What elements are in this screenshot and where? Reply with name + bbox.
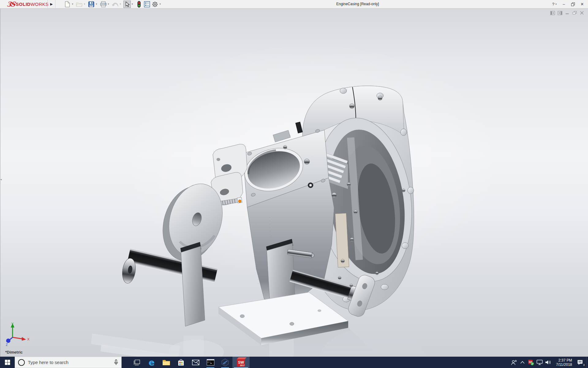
engine-casing-model[interactable] <box>0 9 588 357</box>
solidworks-check-icon: SW <box>528 359 534 366</box>
rebuild-stoplight-icon <box>137 1 141 8</box>
axis-z-label: Z <box>6 343 8 347</box>
volume-tray-button[interactable] <box>544 357 552 368</box>
options-gear-icon <box>152 1 158 7</box>
select-tool-dropdown[interactable]: ▼ <box>131 1 134 8</box>
axis-y-label: Y <box>11 322 14 326</box>
open-button[interactable] <box>76 1 83 8</box>
chevron-up-icon <box>520 361 525 364</box>
speaker-icon <box>545 360 552 365</box>
search-placeholder: Type here to search <box>28 360 114 365</box>
hexagon-app-icon <box>221 358 229 366</box>
task-view-icon <box>134 360 140 365</box>
action-center-button[interactable]: 3 <box>574 357 586 368</box>
start-button[interactable] <box>0 357 15 368</box>
menu-flyout-arrow[interactable]: ▶ <box>47 0 55 8</box>
options-dropdown[interactable]: ▼ <box>159 1 162 8</box>
clock-time: 2:37 PM <box>552 358 572 362</box>
select-arrow-icon <box>125 2 130 7</box>
show-desktop-button[interactable] <box>586 357 588 368</box>
minimize-button[interactable]: – <box>559 0 568 8</box>
microsoft-store-icon <box>178 359 184 366</box>
save-dropdown[interactable]: ▼ <box>95 1 98 8</box>
cortana-icon <box>18 359 25 366</box>
solidworks-app-icon: SW 2017 <box>237 358 245 366</box>
windows-logo-icon <box>5 360 10 365</box>
cmd-text: C:\_ <box>207 361 212 363</box>
print-button[interactable] <box>100 1 107 8</box>
notification-badge: 3 <box>582 363 586 367</box>
taskbar-file-explorer-button[interactable] <box>159 357 174 368</box>
taskbar-clock[interactable]: 2:37 PM 7/11/2018 <box>552 358 574 367</box>
options-button[interactable] <box>151 1 159 8</box>
help-dropdown-icon: ▼ <box>555 3 557 5</box>
brand-text-bold: SOLID <box>16 2 30 7</box>
undo-dropdown[interactable]: ▼ <box>119 1 122 8</box>
graphics-viewport[interactable]: ◂ <box>0 9 588 357</box>
brand-text-light: WORKS <box>31 2 49 7</box>
taskbar-search-input[interactable]: Type here to search <box>15 357 122 368</box>
tray-overflow-button[interactable] <box>518 357 527 368</box>
clock-date: 7/11/2018 <box>552 362 572 367</box>
undo-icon <box>112 2 119 7</box>
file-properties-icon <box>144 1 150 7</box>
save-button[interactable] <box>88 1 95 8</box>
command-prompt-icon: C:\_ <box>207 359 214 366</box>
taskbar-hexagon-app-button[interactable] <box>218 357 232 368</box>
solidworks-logo: ЗS SOLIDWORKS <box>7 1 49 8</box>
windows-taskbar: Type here to search e <box>0 357 588 368</box>
window-controls: ? ▼ – ✕ <box>550 0 587 8</box>
taskbar-edge-button[interactable]: e <box>144 357 159 368</box>
open-folder-icon <box>76 2 83 7</box>
sw-label: SW <box>238 360 244 365</box>
people-icon <box>511 360 517 365</box>
print-dropdown[interactable]: ▼ <box>107 1 110 8</box>
task-view-button[interactable] <box>130 357 144 368</box>
help-button[interactable]: ? ▼ <box>550 0 559 8</box>
view-orientation-label: *Dimetric <box>5 350 23 355</box>
file-explorer-icon <box>162 359 170 366</box>
new-document-icon <box>65 1 70 7</box>
undo-button[interactable] <box>111 1 119 8</box>
solidworks-logo-mark-icon: ЗS <box>6 0 15 8</box>
print-icon <box>100 1 107 7</box>
restore-icon <box>571 2 575 6</box>
orientation-triad: Y X Z <box>3 321 37 349</box>
mail-icon <box>192 360 199 365</box>
file-properties-button[interactable] <box>143 1 151 8</box>
network-tray-button[interactable] <box>535 357 544 368</box>
rebuild-button[interactable] <box>135 1 143 8</box>
microphone-icon[interactable] <box>114 359 118 366</box>
restore-button[interactable] <box>568 0 578 8</box>
taskbar-store-button[interactable] <box>174 357 188 368</box>
document-title: EngineCasing [Read-only] <box>336 2 379 6</box>
taskbar-solidworks-button[interactable]: SW 2017 <box>232 357 250 368</box>
title-bar: ЗS SOLIDWORKS ▶ ▼ ▼ ▼ <box>0 0 588 9</box>
close-icon: ✕ <box>581 2 584 6</box>
new-document-dropdown[interactable]: ▼ <box>71 1 74 8</box>
selection-point-marker[interactable] <box>239 200 241 203</box>
taskbar-cmd-button[interactable]: C:\_ <box>203 357 218 368</box>
solidworks-monitor-tray-button[interactable]: SW <box>527 357 535 368</box>
minimize-icon: – <box>563 2 565 6</box>
new-document-button[interactable] <box>64 1 71 8</box>
left-shaft <box>121 249 217 284</box>
save-icon <box>88 1 94 7</box>
close-button[interactable]: ✕ <box>578 0 587 8</box>
people-button[interactable] <box>510 357 518 368</box>
edge-icon: e <box>149 358 155 366</box>
sw-year: 2017 <box>240 364 245 366</box>
open-dropdown[interactable]: ▼ <box>83 1 86 8</box>
quick-access-toolbar: ▼ ▼ ▼ ▼ <box>63 0 163 8</box>
network-icon <box>537 360 543 365</box>
select-tool-button[interactable] <box>123 1 131 8</box>
help-label: ? <box>552 2 554 6</box>
axis-x-label: X <box>27 337 30 341</box>
taskbar-mail-button[interactable] <box>188 357 203 368</box>
system-tray: SW 2:37 PM 7/11/2018 <box>510 357 588 368</box>
